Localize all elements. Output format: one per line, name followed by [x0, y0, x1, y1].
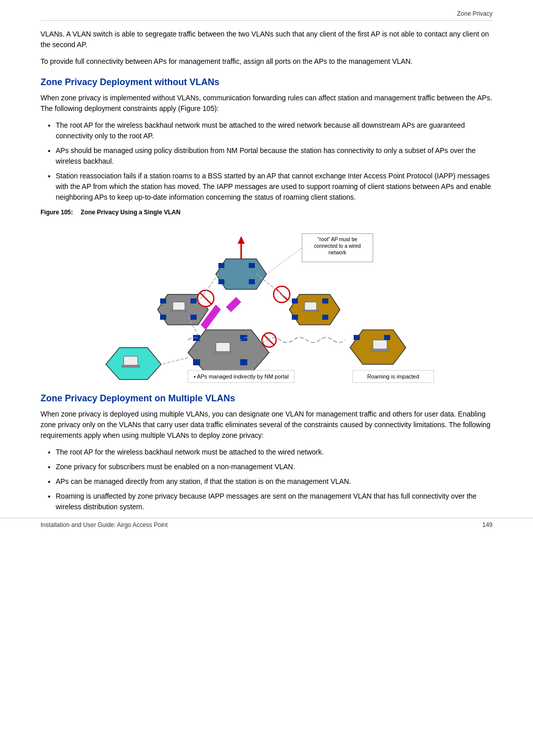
section1-intro: When zone privacy is implemented without…	[41, 93, 492, 114]
svg-rect-21	[292, 315, 298, 320]
page-header: Zone Privacy	[41, 10, 492, 21]
svg-rect-27	[240, 359, 247, 365]
svg-rect-31	[384, 335, 390, 340]
svg-rect-40	[304, 302, 317, 310]
svg-rect-14	[160, 298, 166, 304]
svg-text:network: network	[328, 250, 347, 255]
section2-intro: When zone privacy is deployed using mult…	[41, 409, 492, 441]
intro-para-1: VLANs. A VLAN switch is able to segregat…	[41, 29, 492, 50]
svg-rect-16	[160, 315, 166, 320]
section2-bullet-1: The root AP for the wireless backhaul ne…	[56, 447, 492, 458]
svg-rect-34	[373, 340, 387, 349]
svg-rect-19	[292, 298, 298, 304]
section1-bullet-3: Station reassociation fails if a station…	[56, 171, 492, 203]
section2-bullet-3: APs can be managed directly from any sta…	[56, 476, 492, 487]
section1-bullet-list: The root AP for the wireless backhaul ne…	[56, 120, 492, 203]
svg-rect-20	[322, 298, 328, 304]
svg-rect-41	[302, 310, 319, 312]
section1-heading: Zone Privacy Deployment without VLANs	[41, 77, 492, 88]
svg-rect-38	[173, 302, 185, 310]
svg-rect-30	[354, 335, 360, 340]
footer-right: 149	[482, 521, 492, 528]
svg-rect-26	[193, 359, 200, 365]
svg-rect-4	[218, 263, 224, 268]
footer-left: Installation and User Guide: Airgo Acces…	[41, 521, 168, 528]
svg-text:Roaming is impacted: Roaming is impacted	[367, 373, 420, 380]
page-footer: Installation and User Guide: Airgo Acces…	[0, 518, 533, 528]
svg-text:"root" AP must be: "root" AP must be	[318, 237, 358, 242]
section1-bullet-1: The root AP for the wireless backhaul ne…	[56, 120, 492, 141]
figure-caption: Figure 105: Zone Privacy Using a Single …	[41, 209, 492, 216]
svg-rect-6	[218, 279, 224, 284]
section2-heading: Zone Privacy Deployment on Multiple VLAN…	[41, 393, 492, 404]
section2-bullet-2: Zone privacy for subscribers must be ena…	[56, 462, 492, 472]
svg-rect-39	[171, 310, 187, 312]
svg-rect-37	[122, 365, 140, 367]
svg-rect-35	[371, 349, 389, 351]
svg-rect-7	[249, 279, 255, 284]
svg-rect-33	[214, 352, 232, 354]
svg-rect-22	[322, 315, 328, 320]
svg-rect-32	[216, 343, 230, 352]
svg-rect-15	[191, 298, 197, 304]
svg-rect-5	[249, 263, 255, 268]
intro-para-2: To provide full connectivity between APs…	[41, 56, 492, 67]
svg-rect-17	[191, 315, 197, 320]
section2-bullet-4: Roaming is unaffected by zone privacy be…	[56, 491, 492, 512]
header-title: Zone Privacy	[457, 10, 492, 17]
diagram-figure105: "root" AP must be connected to a wired n…	[69, 221, 464, 383]
section2-bullet-list: The root AP for the wireless backhaul ne…	[56, 447, 492, 512]
svg-text:connected to a wired: connected to a wired	[314, 243, 361, 249]
svg-rect-36	[124, 356, 138, 365]
svg-text:• APs managed indirectly by NM: • APs managed indirectly by NM portal	[194, 373, 288, 380]
section1-bullet-2: APs should be managed using policy distr…	[56, 145, 492, 167]
